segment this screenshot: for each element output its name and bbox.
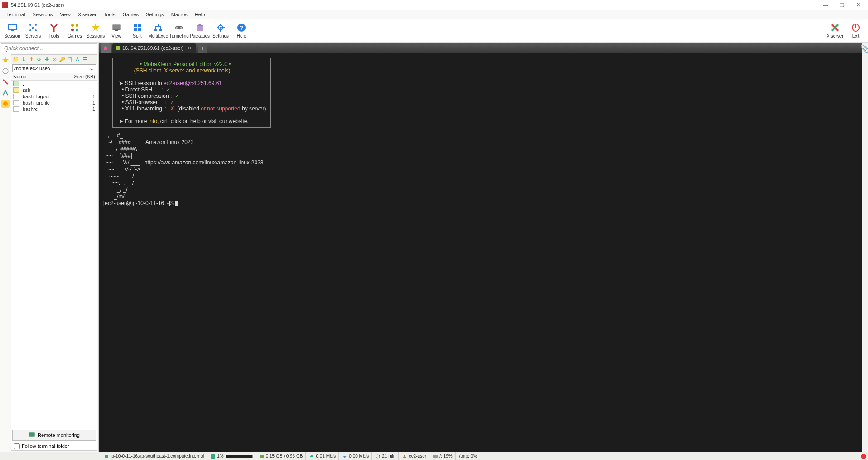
toolbar-split[interactable]: Split [127, 20, 148, 42]
new-tab-button[interactable]: + [198, 44, 207, 53]
svg-point-41 [3, 101, 8, 106]
toolbar-games-label: Games [68, 34, 82, 38]
ftb-props-icon[interactable]: 🔑 [58, 56, 66, 63]
svg-marker-28 [197, 24, 203, 26]
svg-marker-39 [2, 57, 9, 63]
file-row-ssh[interactable]: .ssh [11, 87, 97, 93]
split-icon [132, 23, 142, 33]
toolbar-view[interactable]: View [106, 20, 127, 42]
file-row-bashrc[interactable]: .bashrc1 [11, 106, 97, 112]
help-link[interactable]: help [190, 118, 201, 125]
col-header-name[interactable]: Name [13, 74, 70, 79]
status-tmp: /tmp: 0% [457, 452, 480, 460]
minimize-button[interactable]: — [817, 0, 834, 10]
settings-icon [216, 23, 226, 33]
quick-connect-input[interactable] [1, 43, 97, 53]
svg-rect-18 [134, 24, 137, 27]
tunneling-icon [174, 23, 184, 33]
follow-folder-checkbox[interactable] [14, 443, 20, 449]
toolbar-servers[interactable]: Servers [23, 20, 43, 42]
toolbar-games[interactable]: Games [64, 20, 85, 42]
toolbar-exit[interactable]: Exit [845, 20, 866, 42]
sidetab-tools[interactable] [1, 78, 10, 86]
status-user: ec2-user [400, 452, 429, 460]
svg-rect-27 [197, 26, 203, 31]
clock-icon [376, 454, 380, 459]
toolbar-sessions-star[interactable]: Sessions [85, 20, 106, 42]
window-title: 54.251.69.61 (ec2-user) [11, 2, 64, 8]
svg-rect-1 [11, 30, 14, 31]
ftb-delete-icon[interactable]: ⊘ [51, 56, 58, 63]
status-alert-icon[interactable] [861, 454, 866, 459]
svg-rect-52 [433, 455, 438, 458]
help-icon: ? [236, 23, 246, 33]
ftb-folder-icon[interactable]: 📁 [12, 56, 19, 63]
sidebar-tabs [0, 54, 11, 452]
sidetab-globe[interactable] [1, 67, 10, 75]
ftb-list-icon[interactable]: ☰ [82, 56, 89, 63]
file-toolbar: 📁 ⬇ ⬆ ⟳ ✚ ⊘ 🔑 📋 A ☰ [11, 55, 97, 64]
toolbar-multiexec-label: MultiExec [148, 34, 168, 38]
file-row-up[interactable]: .. [11, 81, 97, 87]
toolbar-multiexec[interactable]: MultiExec [148, 20, 169, 42]
tab-close-icon[interactable]: ✕ [187, 45, 193, 51]
path-input[interactable]: /home/ec2-user/ ⌄ [12, 64, 96, 72]
ftb-newfolder-icon[interactable]: ✚ [43, 56, 50, 63]
toolbar-settings-label: Settings [212, 34, 229, 38]
user-icon [402, 454, 407, 459]
sidetab-star[interactable] [1, 56, 10, 64]
amazon-linux-link[interactable]: https://aws.amazon.com/linux/amazon-linu… [145, 159, 264, 166]
menu-settings[interactable]: Settings [142, 11, 168, 18]
sidebar: 📁 ⬇ ⬆ ⟳ ✚ ⊘ 🔑 📋 A ☰ /home/ec2-user/ ⌄ Na… [0, 43, 99, 452]
file-browser: 📁 ⬇ ⬆ ⟳ ✚ ⊘ 🔑 📋 A ☰ /home/ec2-user/ ⌄ Na… [11, 54, 97, 451]
remote-monitoring-button[interactable]: Remote monitoring [12, 430, 96, 441]
ftb-refresh-icon[interactable]: ⟳ [35, 56, 43, 63]
toolbar-view-label: View [111, 34, 121, 38]
menu-tools[interactable]: Tools [100, 11, 119, 18]
toolbar-xserver[interactable]: X server [825, 20, 845, 42]
menu-help[interactable]: Help [191, 11, 209, 18]
ftb-upload-icon[interactable]: ⬆ [28, 56, 35, 63]
monitor-icon [29, 432, 35, 438]
paperclip-icon[interactable]: 📎 [860, 44, 868, 53]
file-row-bashlogout[interactable]: .bash_logout1 [11, 93, 97, 100]
home-tab[interactable] [101, 43, 111, 53]
menu-view[interactable]: View [56, 11, 74, 18]
terminal-area: 16. 54.251.69.61 (ec2-user) ✕ + • MobaXt… [99, 43, 862, 452]
cpu-icon [211, 454, 215, 459]
col-header-size[interactable]: Size (KB) [70, 74, 95, 79]
menu-sessions[interactable]: Sessions [29, 11, 57, 18]
file-row-bashprofile[interactable]: .bash_profile1 [11, 100, 97, 106]
follow-folder-label: Follow terminal folder [22, 443, 69, 449]
toolbar-help[interactable]: ?Help [231, 20, 252, 42]
toolbar-sessions-star-label: Sessions [87, 34, 105, 38]
toolbar-split-label: Split [133, 34, 141, 38]
toolbar-packages[interactable]: Packages [189, 20, 210, 42]
ftb-text-icon[interactable]: A [74, 56, 81, 63]
menu-xserver[interactable]: X server [74, 11, 100, 18]
menu-terminal[interactable]: Terminal [3, 11, 29, 18]
toolbar-exit-label: Exit [852, 34, 860, 38]
svg-rect-46 [260, 455, 264, 458]
session-tab[interactable]: 16. 54.251.69.61 (ec2-user) ✕ [112, 43, 196, 53]
toolbar-session[interactable]: Session [2, 20, 23, 42]
servers-icon [28, 23, 38, 33]
svg-point-40 [3, 68, 8, 74]
toolbar-tools[interactable]: Tools [43, 20, 64, 42]
svg-point-14 [76, 29, 78, 31]
path-dropdown-icon[interactable]: ⌄ [90, 66, 94, 72]
menu-games[interactable]: Games [119, 11, 142, 18]
ftb-download-icon[interactable]: ⬇ [20, 56, 27, 63]
maximize-button[interactable]: ▢ [834, 0, 850, 10]
toolbar-settings[interactable]: Settings [210, 20, 231, 42]
ftb-copy-icon[interactable]: 📋 [66, 56, 73, 63]
toolbar-tunneling[interactable]: Tunneling [169, 20, 189, 42]
path-value: /home/ec2-user/ [14, 66, 50, 71]
sidetab-macro[interactable] [1, 89, 10, 97]
sidetab-sftp[interactable] [1, 100, 10, 108]
terminal[interactable]: • MobaXterm Personal Edition v22.0 • (SS… [99, 53, 862, 452]
download-icon [342, 454, 347, 459]
website-link[interactable]: website [229, 118, 247, 125]
menu-macros[interactable]: Macros [168, 11, 191, 18]
close-button[interactable]: ✕ [850, 0, 866, 10]
